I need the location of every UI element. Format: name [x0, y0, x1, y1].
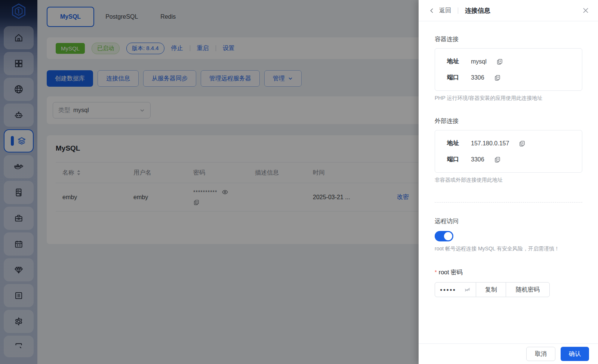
dashed-divider: [435, 202, 582, 203]
arrow-left-icon: [428, 7, 435, 14]
root-password-label: * root 密码: [435, 269, 582, 277]
external-port-value: 3306: [471, 156, 484, 163]
close-icon[interactable]: [582, 7, 589, 14]
cancel-button[interactable]: 取消: [526, 347, 555, 361]
remote-access-title: 远程访问: [435, 218, 582, 225]
confirm-button[interactable]: 确认: [561, 347, 589, 361]
copy-icon[interactable]: [519, 140, 525, 147]
drawer-header: 返回 连接信息: [419, 0, 598, 21]
container-connection-card: 地址 mysql 端口 3306: [435, 48, 582, 91]
external-address-value: 157.180.0.157: [471, 140, 509, 147]
eye-off-icon[interactable]: [464, 286, 471, 293]
container-port-value: 3306: [471, 74, 484, 81]
remote-access-toggle[interactable]: [435, 231, 453, 241]
copy-password-button[interactable]: 复制: [476, 283, 505, 297]
container-connection-hint: PHP 运行环境/容器安装的应用使用此连接地址: [435, 95, 582, 102]
external-connection-title: 外部连接: [435, 117, 582, 125]
password-dots: ●●●●●: [440, 287, 456, 292]
connection-info-drawer: 返回 连接信息 容器连接 地址 mysql 端口 3306 PHP 运行环境/容…: [419, 0, 598, 364]
toggle-knob: [444, 232, 452, 240]
address-row: 地址 157.180.0.157: [435, 135, 582, 151]
address-row: 地址 mysql: [435, 53, 582, 70]
divider: [458, 7, 458, 14]
container-connection-title: 容器连接: [435, 36, 582, 43]
copy-icon[interactable]: [494, 74, 501, 81]
external-connection-hint: 非容器或外部连接使用此地址: [435, 177, 582, 183]
random-password-button[interactable]: 随机密码: [506, 283, 549, 297]
port-row: 端口 3306: [435, 70, 582, 86]
copy-icon[interactable]: [496, 58, 503, 65]
external-connection-card: 地址 157.180.0.157 端口 3306: [435, 130, 582, 173]
container-address-value: mysql: [471, 58, 487, 65]
drawer-title: 连接信息: [465, 6, 490, 15]
port-row: 端口 3306: [435, 151, 582, 167]
required-asterisk: *: [435, 269, 437, 275]
drawer-body: 容器连接 地址 mysql 端口 3306 PHP 运行环境/容器安装的应用使用…: [419, 21, 598, 343]
drawer-footer: 取消 确认: [419, 343, 598, 364]
remote-access-hint: root 帐号远程连接 MySQL 有安全风险，开启需谨慎！: [435, 246, 582, 252]
copy-icon[interactable]: [494, 156, 501, 163]
back-button[interactable]: 返回: [428, 7, 451, 15]
root-password-group: ●●●●● 复制 随机密码: [435, 282, 550, 297]
root-password-field[interactable]: ●●●●●: [435, 283, 476, 297]
